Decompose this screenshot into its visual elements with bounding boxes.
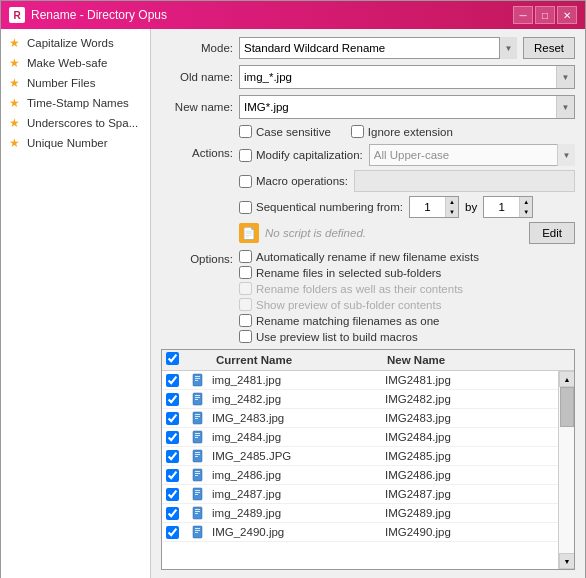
sidebar-item-label: Time-Stamp Names bbox=[27, 97, 129, 109]
use-preview-option[interactable]: Use preview list to build macros bbox=[239, 330, 575, 343]
ignore-extension-checkbox[interactable] bbox=[351, 125, 364, 138]
close-button[interactable]: ✕ bbox=[557, 6, 577, 24]
old-name-label: Old name: bbox=[161, 71, 233, 83]
sidebar-item-number-files[interactable]: ★ Number Files bbox=[1, 73, 150, 93]
mode-select-wrapper: Standard Wildcard RenameRegular Expressi… bbox=[239, 37, 517, 59]
spinner-down-icon[interactable]: ▼ bbox=[446, 207, 458, 217]
old-name-dropdown-icon[interactable]: ▼ bbox=[556, 66, 574, 88]
file-row-checkbox[interactable] bbox=[166, 507, 179, 520]
file-list-body: img_2481.jpg IMG2481.jpg img_2482.jpg IM… bbox=[162, 371, 558, 569]
table-row: img_2482.jpg IMG2482.jpg bbox=[162, 390, 558, 409]
file-row-checkbox[interactable] bbox=[166, 488, 179, 501]
rename-matching-option[interactable]: Rename matching filenames as one bbox=[239, 314, 575, 327]
file-row-checkbox[interactable] bbox=[166, 431, 179, 444]
rename-folders-option[interactable]: Rename folders as well as their contents bbox=[239, 282, 575, 295]
old-name-input[interactable] bbox=[240, 66, 556, 88]
modify-cap-label[interactable]: Modify capitalization: bbox=[239, 149, 363, 162]
svg-rect-19 bbox=[195, 456, 198, 457]
sidebar-item-capitalize-words[interactable]: ★ Capitalize Words bbox=[1, 33, 150, 53]
scroll-thumb[interactable] bbox=[560, 387, 574, 427]
new-name-dropdown-icon[interactable]: ▼ bbox=[556, 96, 574, 118]
file-icon bbox=[190, 410, 208, 426]
file-checkbox-cell bbox=[166, 526, 186, 539]
seq-numbering-label[interactable]: Sequentical numbering from: bbox=[239, 201, 403, 214]
file-icon bbox=[190, 467, 208, 483]
main-content: ★ Capitalize Words ★ Make Web-safe ★ Num… bbox=[1, 29, 585, 578]
case-sensitive-checkbox[interactable] bbox=[239, 125, 252, 138]
svg-rect-17 bbox=[195, 452, 200, 453]
star-icon: ★ bbox=[9, 96, 23, 110]
star-icon: ★ bbox=[9, 56, 23, 70]
maximize-button[interactable]: □ bbox=[535, 6, 555, 24]
spinner-down-icon[interactable]: ▼ bbox=[520, 207, 532, 217]
rename-subfolders-option[interactable]: Rename files in selected sub-folders bbox=[239, 266, 575, 279]
seq-start-input[interactable] bbox=[410, 197, 445, 217]
file-icon bbox=[190, 429, 208, 445]
script-icon: 📄 bbox=[239, 223, 259, 243]
file-current-name: img_2484.jpg bbox=[212, 431, 381, 443]
ignore-extension-label[interactable]: Ignore extension bbox=[351, 125, 453, 138]
app-icon: R bbox=[9, 7, 25, 23]
modify-cap-select[interactable]: All Upper-caseAll Lower-caseTitle Case bbox=[369, 144, 575, 166]
seq-start-spinner: ▲ ▼ bbox=[409, 196, 459, 218]
spinner-up-icon[interactable]: ▲ bbox=[446, 197, 458, 207]
scroll-down-icon[interactable]: ▼ bbox=[559, 553, 574, 569]
modify-cap-checkbox[interactable] bbox=[239, 149, 252, 162]
table-row: img_2487.jpg IMG2487.jpg bbox=[162, 485, 558, 504]
svg-rect-29 bbox=[195, 509, 200, 510]
options-section: Options: Automatically rename if new fil… bbox=[161, 250, 575, 343]
actions-panel: Modify capitalization: All Upper-caseAll… bbox=[239, 144, 575, 244]
seq-numbering-checkbox[interactable] bbox=[239, 201, 252, 214]
auto-rename-option[interactable]: Automatically rename if new filename exi… bbox=[239, 250, 575, 263]
file-icon bbox=[190, 372, 208, 388]
rename-folders-checkbox[interactable] bbox=[239, 282, 252, 295]
rename-subfolders-checkbox[interactable] bbox=[239, 266, 252, 279]
macro-ops-input bbox=[354, 170, 575, 192]
case-sensitive-label[interactable]: Case sensitive bbox=[239, 125, 331, 138]
sidebar-item-underscores-to-spa[interactable]: ★ Underscores to Spa... bbox=[1, 113, 150, 133]
file-icon bbox=[190, 448, 208, 464]
file-list-header: Current Name New Name bbox=[162, 350, 574, 371]
rename-matching-checkbox[interactable] bbox=[239, 314, 252, 327]
show-preview-checkbox[interactable] bbox=[239, 298, 252, 311]
modify-cap-row: Modify capitalization: All Upper-caseAll… bbox=[239, 144, 575, 166]
auto-rename-checkbox[interactable] bbox=[239, 250, 252, 263]
sidebar: ★ Capitalize Words ★ Make Web-safe ★ Num… bbox=[1, 29, 151, 578]
macro-ops-label[interactable]: Macro operations: bbox=[239, 175, 348, 188]
scroll-up-icon[interactable]: ▲ bbox=[559, 371, 574, 387]
sidebar-item-unique-number[interactable]: ★ Unique Number bbox=[1, 133, 150, 153]
new-name-row: New name: ▼ bbox=[161, 95, 575, 119]
svg-rect-26 bbox=[195, 492, 200, 493]
file-row-checkbox[interactable] bbox=[166, 393, 179, 406]
file-row-checkbox[interactable] bbox=[166, 450, 179, 463]
file-row-checkbox[interactable] bbox=[166, 469, 179, 482]
mode-select[interactable]: Standard Wildcard RenameRegular Expressi… bbox=[239, 37, 517, 59]
file-row-checkbox[interactable] bbox=[166, 526, 179, 539]
show-preview-option[interactable]: Show preview of sub-folder contents bbox=[239, 298, 575, 311]
file-row-checkbox[interactable] bbox=[166, 374, 179, 387]
new-name-input[interactable] bbox=[240, 96, 556, 118]
sidebar-item-label: Unique Number bbox=[27, 137, 108, 149]
svg-rect-11 bbox=[195, 418, 198, 419]
svg-rect-5 bbox=[195, 395, 200, 396]
use-preview-checkbox[interactable] bbox=[239, 330, 252, 343]
mode-row: Mode: Standard Wildcard RenameRegular Ex… bbox=[161, 37, 575, 59]
file-row-checkbox[interactable] bbox=[166, 412, 179, 425]
edit-button[interactable]: Edit bbox=[529, 222, 575, 244]
minimize-button[interactable]: ─ bbox=[513, 6, 533, 24]
new-name-label: New name: bbox=[161, 101, 233, 113]
spinner-up-icon[interactable]: ▲ bbox=[520, 197, 532, 207]
reset-button[interactable]: Reset bbox=[523, 37, 575, 59]
svg-rect-7 bbox=[195, 399, 198, 400]
sidebar-item-label: Make Web-safe bbox=[27, 57, 107, 69]
file-checkbox-cell bbox=[166, 412, 186, 425]
sidebar-item-time-stamp-names[interactable]: ★ Time-Stamp Names bbox=[1, 93, 150, 113]
seq-numbering-row: Sequentical numbering from: ▲ ▼ by bbox=[239, 196, 575, 218]
seq-start-spinner-buttons: ▲ ▼ bbox=[445, 197, 458, 217]
seq-by-input[interactable] bbox=[484, 197, 519, 217]
select-all-checkbox[interactable] bbox=[166, 352, 179, 365]
macro-ops-checkbox[interactable] bbox=[239, 175, 252, 188]
sidebar-item-make-web-safe[interactable]: ★ Make Web-safe bbox=[1, 53, 150, 73]
sidebar-item-label: Number Files bbox=[27, 77, 95, 89]
scrollbar[interactable]: ▲ ▼ bbox=[558, 371, 574, 569]
